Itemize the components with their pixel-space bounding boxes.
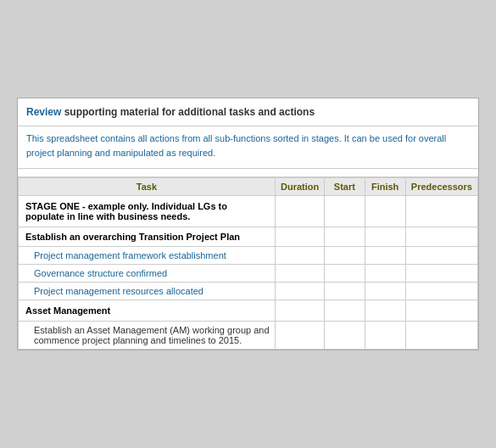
section2-start-cell <box>325 300 365 322</box>
section2-header-text: Asset Management <box>19 300 276 322</box>
section1-start-cell <box>325 227 365 247</box>
stage-finish-cell <box>365 196 405 227</box>
row3-task: Project management resources allocated <box>19 283 276 300</box>
am-row1-pred <box>405 322 477 350</box>
table-row: Establish an Asset Management (AM) worki… <box>19 322 478 350</box>
am-row1-task: Establish an Asset Management (AM) worki… <box>19 322 276 350</box>
section2-header-row: Asset Management <box>19 300 478 322</box>
table-row: Project management framework establishme… <box>19 247 478 265</box>
stage-pred-cell <box>405 196 477 227</box>
row3-duration <box>275 283 324 300</box>
am-row1-duration <box>275 322 324 350</box>
stage-start-cell <box>325 196 365 227</box>
note-text: This spreadsheet contains all actions fr… <box>26 133 446 158</box>
title-highlight: Review <box>26 106 61 118</box>
col-header-finish: Finish <box>365 178 405 196</box>
section1-finish-cell <box>365 227 405 247</box>
note-row: This spreadsheet contains all actions fr… <box>18 126 478 169</box>
row3-start <box>325 283 365 300</box>
row2-start <box>325 265 365 283</box>
col-header-duration: Duration <box>275 178 324 196</box>
row3-pred <box>405 283 477 300</box>
table-header-row: Task Duration Start Finish Predecessors <box>19 178 478 196</box>
table-row: Governance structure confirmed <box>19 265 478 283</box>
table-row: Project management resources allocated <box>19 283 478 300</box>
row2-duration <box>275 265 324 283</box>
row1-start <box>325 247 365 265</box>
spacer <box>18 169 478 177</box>
row3-finish <box>365 283 405 300</box>
section1-duration-cell <box>275 227 324 247</box>
section1-header-row: Establish an overarching Transition Proj… <box>19 227 478 247</box>
spreadsheet-container: Review supporting material for additiona… <box>17 98 479 351</box>
stage-header-row: STAGE ONE - example only. Individual LGs… <box>19 196 478 227</box>
row2-task: Governance structure confirmed <box>19 265 276 283</box>
col-header-predecessors: Predecessors <box>405 178 477 196</box>
section2-finish-cell <box>365 300 405 322</box>
row1-duration <box>275 247 324 265</box>
am-row1-finish <box>365 322 405 350</box>
row2-finish <box>365 265 405 283</box>
title-rest: supporting material for additional tasks… <box>61 106 315 118</box>
section2-duration-cell <box>275 300 324 322</box>
section1-pred-cell <box>405 227 477 247</box>
am-row1-start <box>325 322 365 350</box>
row2-pred <box>405 265 477 283</box>
row1-pred <box>405 247 477 265</box>
section2-pred-cell <box>405 300 477 322</box>
title-text: Review supporting material for additiona… <box>26 105 470 120</box>
row1-task: Project management framework establishme… <box>19 247 276 265</box>
row1-finish <box>365 247 405 265</box>
section1-header-text: Establish an overarching Transition Proj… <box>19 227 276 247</box>
stage-header-text: STAGE ONE - example only. Individual LGs… <box>19 196 276 227</box>
stage-duration-cell <box>275 196 324 227</box>
col-header-start: Start <box>325 178 365 196</box>
main-table: Task Duration Start Finish Predecessors … <box>18 177 478 350</box>
title-row: Review supporting material for additiona… <box>18 98 478 127</box>
col-header-task: Task <box>19 178 276 196</box>
